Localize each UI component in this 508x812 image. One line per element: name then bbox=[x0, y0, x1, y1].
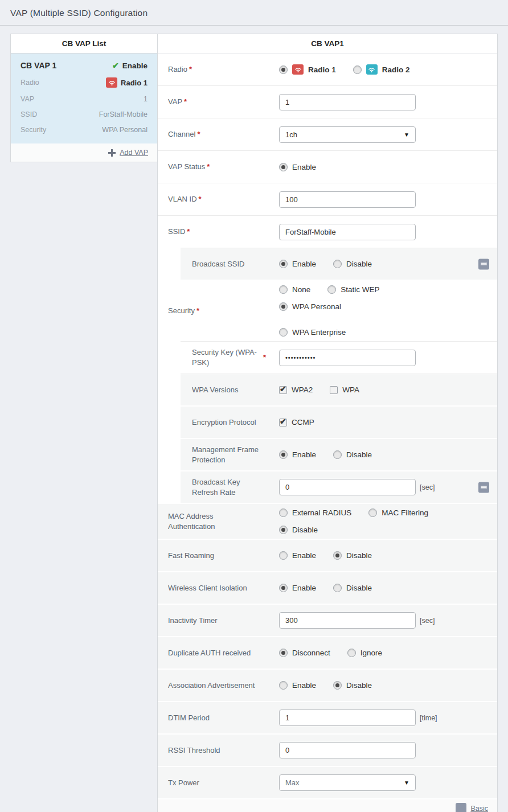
ssid-input[interactable] bbox=[279, 224, 416, 240]
indent-gutter bbox=[158, 405, 181, 439]
radio-button[interactable] bbox=[279, 260, 288, 268]
checkbox-option-wpa2[interactable]: WPA2 bbox=[279, 386, 313, 394]
field-control: Enable bbox=[279, 163, 463, 171]
field-label-cell: MAC Address Authentication bbox=[168, 511, 279, 531]
radio-option-radio-1[interactable]: Radio 1 bbox=[279, 64, 336, 75]
radio-option-wpa-personal[interactable]: WPA Personal bbox=[279, 302, 341, 311]
radio-option-enable[interactable]: Enable bbox=[279, 163, 316, 171]
field-control bbox=[279, 94, 463, 110]
checkbox[interactable] bbox=[330, 386, 338, 394]
required-asterisk: * bbox=[207, 162, 210, 172]
radio-option-enable[interactable]: Enable bbox=[279, 260, 316, 268]
radio-option-disable[interactable]: Disable bbox=[333, 260, 372, 268]
indent-gutter bbox=[158, 373, 181, 407]
radio-option-disable[interactable]: Disable bbox=[333, 584, 372, 592]
radio-button[interactable] bbox=[347, 649, 356, 657]
vlan-id-input[interactable] bbox=[279, 191, 416, 208]
radio-button[interactable] bbox=[279, 649, 288, 657]
security-key-wpa-psk-input[interactable] bbox=[279, 350, 416, 366]
checkbox[interactable] bbox=[279, 386, 287, 394]
add-vap-link[interactable]: Add VAP bbox=[120, 149, 148, 157]
vap-field-label: SSID bbox=[21, 110, 37, 118]
field-label: Association Advertisement bbox=[168, 680, 255, 691]
radio-button[interactable] bbox=[333, 450, 342, 459]
basic-link[interactable]: Basic bbox=[470, 805, 488, 812]
field-label: VLAN ID bbox=[168, 194, 197, 204]
checkbox-option-wpa[interactable]: WPA bbox=[330, 386, 359, 394]
vap-list-item-cb-vap-1[interactable]: CB VAP 1 ✔ Enable Radio Radio 1 VAP 1 SS… bbox=[11, 54, 157, 143]
radio-option-disable[interactable]: Disable bbox=[333, 450, 372, 459]
radio-option-disable[interactable]: Disable bbox=[333, 681, 372, 690]
field-label: Wireless Client Isolation bbox=[168, 583, 247, 593]
vap-item-name: CB VAP 1 bbox=[21, 61, 56, 70]
radio-button[interactable] bbox=[279, 508, 288, 517]
option-label: Disable bbox=[346, 681, 372, 690]
radio-button[interactable] bbox=[353, 65, 362, 74]
radio-button[interactable] bbox=[333, 681, 342, 690]
radio-option-ignore[interactable]: Ignore bbox=[347, 649, 382, 657]
rssi-threshold-input[interactable] bbox=[279, 742, 416, 758]
required-asterisk: * bbox=[199, 194, 202, 204]
field-label: Encryption Protocol bbox=[192, 417, 256, 428]
radio-button[interactable] bbox=[279, 526, 288, 534]
radio-option-static-wep[interactable]: Static WEP bbox=[327, 285, 379, 294]
radio-option-wpa-enterprise[interactable]: WPA Enterprise bbox=[279, 328, 346, 337]
radio-button[interactable] bbox=[279, 450, 288, 459]
radio-button[interactable] bbox=[279, 65, 288, 74]
form-row-vap: VAP* bbox=[158, 86, 497, 118]
radio-button[interactable] bbox=[333, 551, 342, 560]
option-label: Radio 1 bbox=[308, 65, 336, 74]
field-control: EnableDisable bbox=[279, 681, 463, 690]
radio-button[interactable] bbox=[279, 551, 288, 560]
select-value: Max bbox=[285, 778, 300, 787]
radio-button[interactable] bbox=[327, 285, 336, 294]
field-control: EnableDisable bbox=[279, 260, 463, 268]
field-label: Radio bbox=[168, 64, 187, 75]
radio-button[interactable] bbox=[279, 584, 288, 592]
radio-option-enable[interactable]: Enable bbox=[279, 584, 316, 592]
field-label-cell: Duplicate AUTH received bbox=[168, 648, 279, 658]
radio-option-radio-2[interactable]: Radio 2 bbox=[353, 64, 410, 75]
radio-button[interactable] bbox=[279, 681, 288, 690]
radio-button[interactable] bbox=[368, 508, 377, 517]
radio-option-disable[interactable]: Disable bbox=[333, 551, 372, 560]
option-label: MAC Filtering bbox=[382, 508, 428, 517]
option-label: Static WEP bbox=[341, 285, 379, 294]
channel-select[interactable]: 1ch▼ bbox=[279, 126, 416, 143]
radio-option-disable[interactable]: Disable bbox=[279, 526, 318, 534]
radio-option-mac-filtering[interactable]: MAC Filtering bbox=[368, 508, 428, 517]
field-label: Broadcast SSID bbox=[192, 259, 245, 269]
form-row-association-advertisement: Association AdvertisementEnableDisable bbox=[158, 670, 497, 702]
vap-field-vap: VAP 1 bbox=[21, 95, 148, 103]
tx-power-select[interactable]: Max▼ bbox=[279, 774, 416, 791]
radio-option-enable[interactable]: Enable bbox=[279, 450, 316, 459]
option-label: CCMP bbox=[292, 418, 314, 426]
radio-option-none[interactable]: None bbox=[279, 285, 310, 294]
dtim-period-input[interactable] bbox=[279, 710, 416, 726]
collapse-icon[interactable] bbox=[478, 259, 489, 269]
radio-button[interactable] bbox=[333, 584, 342, 592]
radio-option-external-radius[interactable]: External RADIUS bbox=[279, 508, 351, 517]
vap-input[interactable] bbox=[279, 94, 416, 110]
inactivity-timer-input[interactable] bbox=[279, 612, 416, 629]
radio-button[interactable] bbox=[279, 163, 288, 171]
option-label: Disable bbox=[346, 584, 372, 592]
checkbox-option-ccmp[interactable]: CCMP bbox=[279, 418, 314, 426]
minus-bar bbox=[481, 486, 487, 489]
wifi-icon bbox=[366, 64, 378, 75]
collapse-icon[interactable] bbox=[478, 482, 489, 493]
radio-button[interactable] bbox=[333, 260, 342, 268]
radio-button[interactable] bbox=[279, 302, 288, 311]
plus-icon bbox=[108, 149, 116, 157]
form-row-tx-power: Tx PowerMax▼ bbox=[158, 767, 497, 799]
vap-field-radio-value: Radio 1 bbox=[121, 79, 148, 87]
radio-option-disconnect[interactable]: Disconnect bbox=[279, 649, 330, 657]
collapse-basic-icon[interactable] bbox=[456, 803, 466, 812]
checkbox[interactable] bbox=[279, 419, 287, 426]
radio-button[interactable] bbox=[279, 285, 288, 294]
radio-option-enable[interactable]: Enable bbox=[279, 681, 316, 690]
radio-button[interactable] bbox=[279, 328, 288, 337]
option-label: Disconnect bbox=[292, 649, 330, 657]
broadcast-key-refresh-rate-input[interactable] bbox=[279, 479, 416, 495]
radio-option-enable[interactable]: Enable bbox=[279, 551, 316, 560]
